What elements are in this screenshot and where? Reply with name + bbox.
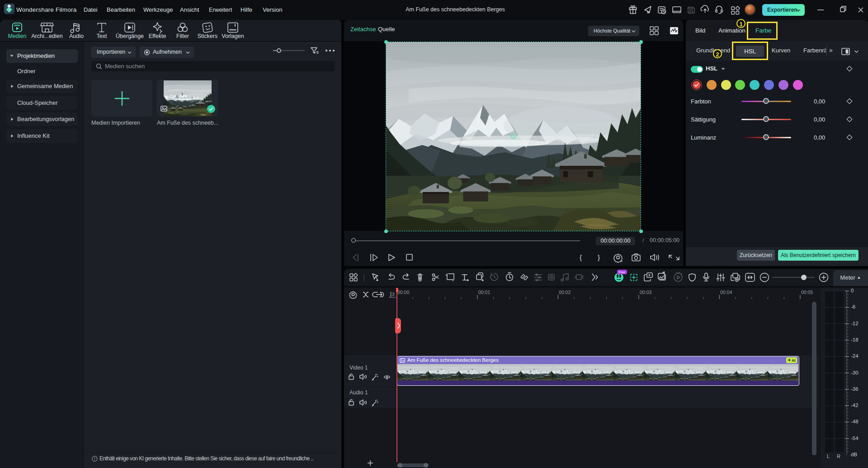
- svg-text:Free: Free: [619, 271, 626, 274]
- svg-text:{: {: [580, 253, 582, 261]
- svg-text:AI: AI: [792, 358, 796, 363]
- svg-text:}: }: [598, 253, 600, 261]
